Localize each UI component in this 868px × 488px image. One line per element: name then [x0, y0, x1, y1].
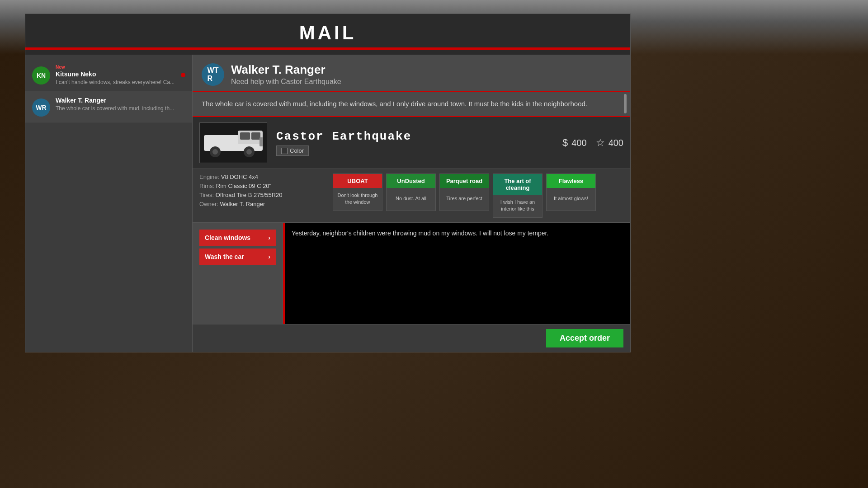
spec-line: Owner: Walker T. Ranger [199, 201, 326, 207]
achievement-badge: The art of cleaning I wish I have an int… [493, 174, 542, 218]
task-list: Clean windows › Wash the car › [193, 223, 283, 324]
badge-title: Parquet road [440, 174, 489, 188]
spec-line: Rims: Rim Classic 09 C 20" [199, 183, 326, 189]
dollar-icon: $ [562, 137, 568, 149]
price-money: $ 400 [562, 137, 587, 149]
svg-point-7 [246, 149, 252, 155]
mail-item-content-kitsune: New Kitsune Neko I can't handle windows,… [56, 65, 185, 85]
mail-item-kitsune[interactable]: KN New Kitsune Neko I can't handle windo… [25, 59, 192, 91]
preview-kitsune: I can't handle windows, streaks everywhe… [56, 79, 185, 85]
note-text: Yesterday, neighbor's children were thro… [292, 228, 623, 238]
car-specs-section: Engine: V8 DOHC 4x4Rims: Rim Classic 09 … [193, 169, 630, 223]
mail-title: MAIL [25, 22, 630, 44]
car-specs: Engine: V8 DOHC 4x4Rims: Rim Classic 09 … [199, 174, 326, 218]
svg-rect-3 [251, 132, 260, 140]
badge-description: No dust. At all [387, 188, 435, 211]
header-red-bar [25, 47, 630, 50]
email-header: WTR Walker T. Ranger Need help with Cast… [193, 55, 630, 92]
car-color-badge: Color [276, 145, 309, 156]
email-sender-avatar: WTR [202, 63, 224, 86]
achievement-badge: UBOAT Don't look through the window [333, 174, 382, 211]
achievement-badge: UnDusted No dust. At all [386, 174, 436, 211]
badge-title: Flawless [547, 174, 595, 188]
new-badge-kitsune: New [56, 65, 185, 70]
mail-window: MAIL KN New Kitsune Neko I can't handle … [25, 14, 631, 352]
badge-title: UnDusted [387, 174, 435, 188]
achievement-badge: Parquet road Tires are perfect [439, 174, 489, 211]
car-details-section: Castor Earthquake Color $ 400 ☆ 400 [193, 117, 630, 169]
color-swatch [281, 148, 288, 154]
car-price-section: $ 400 ☆ 400 [562, 137, 623, 149]
chevron-right-icon: › [268, 253, 270, 260]
mail-body: KN New Kitsune Neko I can't handle windo… [25, 55, 630, 352]
badge-title: UBOAT [333, 174, 382, 188]
car-color-label: Color [290, 147, 304, 154]
achievement-badges: UBOAT Don't look through the window UnDu… [333, 174, 623, 218]
email-body-scroll: The whole car is covered with mud, inclu… [193, 92, 630, 117]
note-section: Yesterday, neighbor's children were thro… [283, 223, 630, 324]
accept-section: Accept order [193, 324, 630, 352]
sender-kitsune: Kitsune Neko [56, 70, 185, 78]
avatar-kitsune: KN [32, 66, 50, 84]
task-label: Wash the car [205, 253, 244, 260]
mail-sidebar: KN New Kitsune Neko I can't handle windo… [25, 55, 193, 352]
car-image-box [199, 122, 267, 163]
star-icon: ☆ [596, 137, 605, 149]
achievement-badge: Flawless It almost glows! [546, 174, 596, 211]
svg-rect-2 [240, 132, 250, 140]
spec-line: Engine: V8 DOHC 4x4 [199, 174, 326, 180]
unread-dot-kitsune [181, 73, 185, 77]
preview-walker: The whole car is covered with mud, inclu… [56, 105, 185, 112]
price-stars-value: 400 [609, 138, 623, 148]
badge-description: I wish I have an interior like this [493, 195, 542, 217]
task-item[interactable]: Clean windows › [199, 230, 276, 246]
accept-order-button[interactable]: Accept order [546, 329, 623, 347]
scroll-bar[interactable] [624, 94, 627, 113]
svg-rect-8 [259, 137, 263, 146]
mail-content: WTR Walker T. Ranger Need help with Cast… [193, 55, 630, 352]
task-label: Clean windows [205, 234, 250, 241]
svg-point-5 [212, 149, 218, 155]
mail-header: MAIL [25, 14, 630, 55]
truck-image [202, 126, 265, 160]
email-bottom: Clean windows › Wash the car › Yesterday… [193, 223, 630, 324]
email-sender-info: Walker T. Ranger Need help with Castor E… [231, 63, 341, 86]
badge-title: The art of cleaning [493, 174, 542, 195]
email-sender-name: Walker T. Ranger [231, 63, 341, 77]
price-money-value: 400 [571, 138, 586, 148]
badge-description: It almost glows! [547, 188, 595, 211]
avatar-walker: WR [32, 99, 50, 117]
car-name-section: Castor Earthquake Color [276, 130, 553, 156]
email-message-text: The whole car is covered with mud, inclu… [202, 99, 617, 109]
mail-item-content-walker: Walker T. Ranger The whole car is covere… [56, 97, 185, 112]
mail-item-walker[interactable]: WR Walker T. Ranger The whole car is cov… [25, 91, 192, 122]
email-subject: Need help with Castor Earthquake [231, 78, 341, 86]
chevron-right-icon: › [268, 234, 270, 241]
sender-walker: Walker T. Ranger [56, 97, 185, 104]
spec-line: Tires: Offroad Tire B 275/55R20 [199, 192, 326, 198]
task-item[interactable]: Wash the car › [199, 249, 276, 265]
price-stars: ☆ 400 [596, 137, 623, 149]
car-name: Castor Earthquake [276, 130, 553, 143]
badge-description: Tires are perfect [440, 188, 489, 211]
badge-description: Don't look through the window [333, 188, 382, 211]
